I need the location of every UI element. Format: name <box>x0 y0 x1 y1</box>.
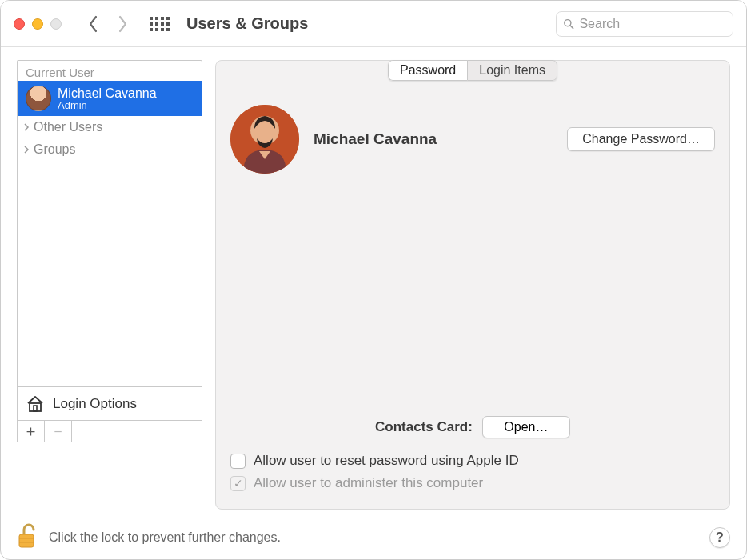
sidebar-item-current-user[interactable]: Michael Cavanna Admin <box>18 81 202 116</box>
show-all-button[interactable] <box>148 13 170 35</box>
search-input[interactable] <box>579 17 726 31</box>
open-contacts-card-button[interactable]: Open… <box>482 416 570 438</box>
sidebar-item-other-users[interactable]: Other Users <box>18 116 202 138</box>
change-password-button[interactable]: Change Password… <box>567 127 715 151</box>
current-user-role: Admin <box>58 100 157 111</box>
minimize-window-button[interactable] <box>32 18 43 30</box>
titlebar: Users & Groups <box>1 1 746 47</box>
allow-administer-row: ✓ Allow user to administer this computer <box>230 472 715 494</box>
current-user-name: Michael Cavanna <box>58 86 157 100</box>
contacts-card-label: Contacts Card: <box>375 419 473 435</box>
svg-rect-6 <box>19 534 34 547</box>
other-users-label: Other Users <box>34 120 102 134</box>
user-avatar[interactable] <box>230 105 299 174</box>
tab-login-items[interactable]: Login Items <box>467 60 557 81</box>
svg-rect-2 <box>30 403 41 411</box>
lock-text: Click the lock to prevent further change… <box>49 530 281 545</box>
preferences-window: Users & Groups Current User Michael Cava… <box>0 0 747 560</box>
search-field[interactable] <box>556 11 733 37</box>
tab-bar: Password Login Items <box>388 60 557 81</box>
login-options-button[interactable]: Login Options <box>17 386 202 420</box>
allow-administer-label: Allow user to administer this computer <box>254 475 483 491</box>
house-icon <box>26 394 45 414</box>
unlock-icon <box>17 523 38 549</box>
pane-title: Users & Groups <box>186 14 308 33</box>
footer: Click the lock to prevent further change… <box>1 516 746 559</box>
current-user-heading: Current User <box>18 61 202 81</box>
chevron-right-icon <box>22 123 30 131</box>
allow-reset-password-checkbox[interactable] <box>230 454 246 469</box>
forward-button <box>111 13 134 35</box>
sidebar: Current User Michael Cavanna Admin Other… <box>17 60 202 510</box>
add-user-button[interactable]: ＋ <box>18 421 45 442</box>
avatar-icon <box>26 86 51 111</box>
lower-options: Contacts Card: Open… Allow user to reset… <box>230 400 715 494</box>
avatar-icon <box>230 105 299 174</box>
groups-label: Groups <box>34 142 75 157</box>
window-controls <box>14 18 62 30</box>
back-button[interactable] <box>82 13 105 35</box>
main-panel: Password Login Items Michael Cavanna <box>215 60 730 510</box>
help-button[interactable]: ? <box>709 527 730 548</box>
lock-button[interactable] <box>17 523 38 552</box>
allow-reset-password-label: Allow user to reset password using Apple… <box>254 453 519 469</box>
tab-password[interactable]: Password <box>388 60 467 81</box>
allow-reset-password-row: Allow user to reset password using Apple… <box>230 450 715 472</box>
login-options-label: Login Options <box>53 396 137 412</box>
zoom-window-button <box>50 18 62 30</box>
chevron-right-icon <box>22 146 30 154</box>
user-header: Michael Cavanna Change Password… <box>230 105 715 174</box>
close-window-button[interactable] <box>14 18 25 30</box>
search-icon <box>563 18 574 30</box>
sidebar-item-groups[interactable]: Groups <box>18 138 202 161</box>
user-list: Current User Michael Cavanna Admin Other… <box>17 60 202 386</box>
allow-administer-checkbox: ✓ <box>230 476 246 491</box>
help-icon: ? <box>716 530 724 545</box>
user-full-name: Michael Cavanna <box>314 130 437 148</box>
content-area: Current User Michael Cavanna Admin Other… <box>1 47 746 516</box>
svg-rect-3 <box>34 406 37 411</box>
add-remove-bar: ＋ － <box>17 420 202 442</box>
svg-line-1 <box>570 25 573 27</box>
grid-icon <box>150 17 170 31</box>
contacts-card-row: Contacts Card: Open… <box>230 416 715 438</box>
remove-user-button: － <box>45 421 72 442</box>
